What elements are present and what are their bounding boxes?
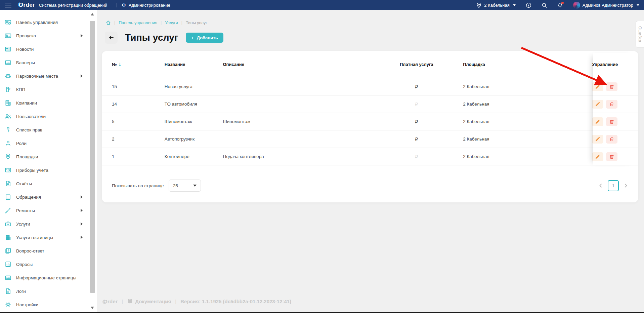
sidebar-item-rights[interactable]: Список прав	[0, 123, 88, 136]
trash-icon	[609, 154, 614, 159]
sidebar-item-users[interactable]: Пользователи	[0, 110, 88, 123]
sidebar-item-appeals[interactable]: Обращения	[0, 190, 88, 204]
checkpoint-icon	[5, 86, 11, 93]
sidebar-item-services[interactable]: Услуги	[0, 217, 88, 231]
faq-icon: ?	[5, 247, 11, 254]
person-icon	[5, 140, 11, 147]
sidebar-item-roles[interactable]: Роли	[0, 136, 88, 150]
sidebar-item-hotel-services[interactable]: Услуги гостиницы	[0, 231, 88, 244]
sidebar-item-meters[interactable]: Приборы учёта	[0, 163, 88, 177]
delete-button[interactable]	[606, 117, 617, 126]
chevron-right-icon	[624, 183, 628, 188]
pencil-icon	[595, 84, 600, 89]
trash-icon	[609, 84, 614, 89]
delete-button[interactable]	[606, 100, 617, 109]
sidebar-item-sites[interactable]: Площадки	[0, 150, 88, 163]
cell-paid: ₽	[370, 84, 463, 89]
user-name: Админов Администратор	[583, 3, 633, 8]
sidebar-item-companies[interactable]: Компании	[0, 96, 88, 110]
sidebar: Панель управления Пропуска Новости Банне…	[0, 10, 88, 312]
edit-button[interactable]	[592, 82, 603, 91]
info-icon[interactable]	[526, 2, 531, 8]
user-menu[interactable]: Админов Администратор	[573, 2, 639, 9]
next-page-button[interactable]	[624, 183, 628, 188]
column-header-number[interactable]: №↓	[112, 62, 165, 67]
delete-button[interactable]	[606, 152, 617, 161]
sidebar-item-settings[interactable]: Настройки	[0, 298, 88, 311]
cell-site: 2 Кабельная	[463, 154, 592, 159]
edit-button[interactable]	[592, 135, 603, 144]
scrollbar-thumb[interactable]	[90, 21, 95, 293]
page-size-label: Показывать на странице	[112, 183, 164, 188]
dashboard-icon	[5, 19, 11, 26]
back-button[interactable]	[105, 32, 118, 44]
breadcrumb-separator: |	[181, 21, 182, 25]
sidebar-item-logs[interactable]: Логи	[0, 284, 88, 298]
home-icon[interactable]	[106, 20, 111, 25]
sidebar-item-faq[interactable]: ?Вопрос-ответ	[0, 244, 88, 258]
services-icon	[5, 221, 11, 227]
avatar	[573, 2, 580, 9]
report-icon	[5, 180, 11, 187]
sidebar-item-info-pages[interactable]: Информационные страницы	[0, 271, 88, 284]
sidebar-item-polls[interactable]: Опросы	[0, 258, 88, 271]
breadcrumb-link-services[interactable]: Услуги	[165, 21, 178, 25]
expand-arrow-icon	[81, 209, 83, 212]
sidebar-item-news[interactable]: Новости	[0, 42, 88, 56]
documentation-link[interactable]: Документация	[127, 299, 171, 304]
svg-text:?: ?	[7, 249, 9, 252]
map-pin-icon	[5, 153, 11, 160]
version-label: Версия: 1.1.1925 (dc5dbb2a-01.12.2023-12…	[180, 299, 291, 304]
table-row: 1 Контейнере Подача контейнера ₽ 2 Кабел…	[102, 148, 638, 165]
cell-number: 15	[112, 84, 165, 89]
edit-button[interactable]	[592, 117, 603, 126]
sidebar-item-reports[interactable]: Отчёты	[0, 177, 88, 190]
search-icon[interactable]	[542, 2, 547, 8]
pencil-icon	[595, 102, 600, 107]
sidebar-item-passes[interactable]: Пропуска	[0, 29, 88, 42]
scroll-down-arrow-icon[interactable]	[91, 307, 94, 309]
expand-arrow-icon	[81, 222, 83, 226]
sidebar-item-dashboard[interactable]: Панель управления	[0, 15, 88, 29]
pagination-row: Показывать на странице 25 1	[112, 180, 628, 192]
page-size-value: 25	[173, 183, 178, 188]
arrow-left-icon	[108, 35, 114, 41]
brand-logo[interactable]: Order	[19, 2, 35, 8]
sort-desc-icon: ↓	[118, 62, 122, 67]
hamburger-menu-icon[interactable]	[5, 3, 11, 7]
cell-number: 1	[112, 154, 165, 159]
cell-number: 14	[112, 102, 165, 107]
settings-icon	[5, 301, 11, 308]
error-feedback-tab[interactable]: Ошибка	[636, 21, 644, 48]
page-size-select[interactable]: 25	[169, 180, 201, 192]
sidebar-item-repairs[interactable]: Ремонты	[0, 204, 88, 217]
notifications-button[interactable]	[557, 2, 563, 8]
column-header-site[interactable]: Площадка	[463, 62, 592, 67]
chevron-down-icon	[637, 4, 639, 6]
location-pin-icon	[476, 2, 482, 8]
column-header-name[interactable]: Название	[165, 62, 223, 67]
cell-site: 2 Кабельная	[463, 84, 592, 89]
column-header-description[interactable]: Описание	[223, 62, 370, 67]
sidebar-item-parking[interactable]: Парковочные места	[0, 69, 88, 83]
sidebar-item-banners[interactable]: Баннеры	[0, 56, 88, 69]
edit-button[interactable]	[592, 100, 603, 109]
building-icon	[5, 100, 11, 106]
breadcrumb-link-dashboard[interactable]: Панель управления	[119, 21, 157, 25]
add-button[interactable]: + Добавить	[186, 33, 223, 43]
location-selector[interactable]: 2 Кабельная	[476, 2, 516, 8]
chevron-left-icon	[598, 183, 603, 188]
top-header-bar: Order Система регистрации обращений ⚙ Ад…	[0, 0, 644, 10]
admin-section-link[interactable]: ⚙ Администрирование	[122, 3, 170, 8]
current-page-button[interactable]: 1	[608, 180, 619, 191]
sidebar-item-checkpoint[interactable]: КПП	[0, 83, 88, 96]
cell-description: Шиномонтаж	[223, 119, 370, 124]
edit-button[interactable]	[592, 152, 603, 161]
delete-button[interactable]	[606, 82, 617, 91]
scroll-up-arrow-icon[interactable]	[91, 13, 94, 15]
prev-page-button[interactable]	[598, 183, 603, 188]
car-icon	[5, 73, 11, 79]
column-header-paid[interactable]: Платная услуга	[370, 62, 463, 67]
delete-button[interactable]	[606, 135, 617, 144]
cell-number: 5	[112, 119, 165, 124]
